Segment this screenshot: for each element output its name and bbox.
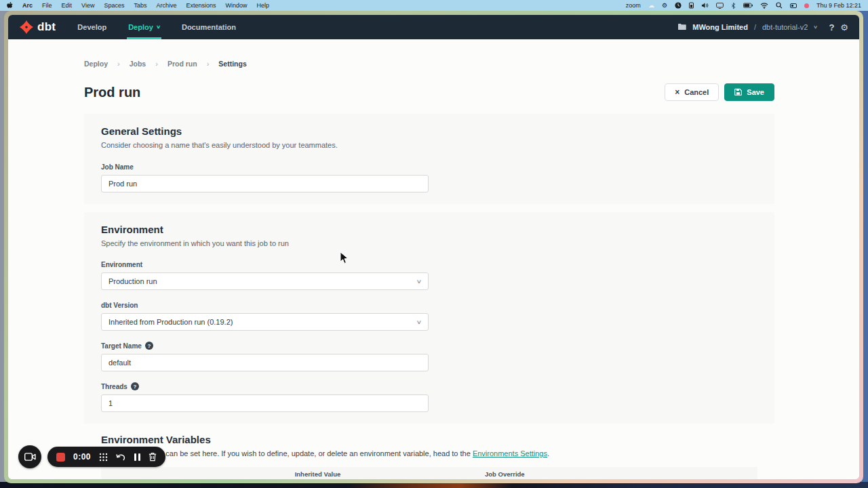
environment-variables-note: Job-level overrides can be set here. If … (101, 449, 757, 458)
restart-icon[interactable] (116, 453, 126, 462)
breadcrumb-separator-icon: › (207, 60, 210, 68)
clock-status-icon[interactable] (675, 2, 682, 9)
help-icon[interactable]: ? (131, 382, 139, 390)
breadcrumb: Deploy › Jobs › Prod run › Settings (84, 39, 774, 68)
save-button[interactable]: Save (724, 83, 774, 101)
env-vars-table-header: Inherited Value Job Override (101, 467, 757, 479)
dbt-version-select[interactable]: Inherited from Production run (0.19.2) ∨ (101, 313, 429, 331)
target-name-input[interactable]: default (101, 354, 429, 371)
nav-item-deploy[interactable]: Deploy ∨ (127, 15, 161, 39)
menubar-clock[interactable]: Thu 9 Feb 12:21 (816, 2, 861, 9)
video-camera-icon (24, 453, 36, 461)
nav-item-documentation[interactable]: Documentation (180, 15, 237, 39)
breadcrumb-prod-run[interactable]: Prod run (167, 60, 197, 68)
menubar-item-extensions[interactable]: Extensions (186, 2, 216, 9)
job-name-label: Job Name (101, 163, 757, 171)
chevron-down-icon: ∨ (416, 279, 422, 285)
macos-menubar: Arc File Edit View Spaces Tabs Archive E… (0, 0, 868, 11)
save-disk-icon (734, 88, 742, 97)
recording-indicator-icon[interactable] (804, 3, 809, 8)
environment-select-label: Environment (101, 260, 757, 268)
menubar-item-edit[interactable]: Edit (62, 2, 73, 9)
nav-item-develop[interactable]: Develop (76, 15, 108, 39)
column-job-override: Job Override (403, 470, 606, 478)
menubar-item-view[interactable]: View (81, 2, 94, 9)
battery-icon[interactable] (743, 3, 753, 8)
target-name-label: Target Name ? (101, 342, 757, 350)
recorder-toolbar: 0:00 (47, 447, 165, 467)
dbt-logo[interactable]: dbt (19, 15, 56, 39)
threads-input[interactable]: 1 (101, 394, 429, 412)
zoom-menu-label[interactable]: zoom (626, 2, 641, 9)
cancel-button[interactable]: × Cancel (665, 83, 719, 101)
general-settings-card: General Settings Consider choosing a nam… (84, 114, 774, 204)
menubar-item-file[interactable]: File (42, 2, 52, 9)
control-center-icon[interactable] (790, 3, 797, 8)
recorder-camera-button[interactable] (18, 445, 41, 468)
dbt-logo-text: dbt (37, 20, 56, 34)
project-selector[interactable]: dbt-tutorial-v2 (762, 23, 808, 31)
help-button[interactable]: ? (829, 22, 834, 33)
environment-select[interactable]: Production run ∨ (101, 272, 429, 290)
close-icon: × (675, 87, 679, 97)
environment-variables-section: Environment Variables Job-level override… (101, 434, 757, 479)
breadcrumb-settings: Settings (218, 60, 246, 68)
apple-menu-icon[interactable] (7, 2, 13, 9)
stop-record-button[interactable] (56, 453, 65, 462)
environment-title: Environment (101, 224, 757, 235)
menubar-item-tabs[interactable]: Tabs (134, 2, 146, 9)
general-settings-subtitle: Consider choosing a name that's easily u… (101, 141, 757, 149)
volume-icon[interactable] (701, 2, 709, 9)
wifi-icon[interactable] (760, 3, 768, 9)
breadcrumb-separator-icon: › (155, 60, 158, 68)
cloud-icon[interactable]: ☁ (648, 3, 654, 9)
dbt-logo-icon (19, 20, 34, 35)
menubar-item-archive[interactable]: Archive (156, 2, 176, 9)
dbt-top-navbar: dbt Develop Deploy ∨ Documentation MWong… (8, 15, 859, 39)
recording-time: 0:00 (73, 452, 91, 462)
breadcrumb-jobs[interactable]: Jobs (130, 60, 146, 68)
drag-handle-icon[interactable] (99, 453, 108, 462)
breadcrumb-separator-icon: › (117, 60, 120, 68)
environment-subtitle: Specify the environment in which you wan… (101, 239, 757, 247)
mouse-cursor (340, 251, 349, 268)
general-settings-title: General Settings (101, 125, 757, 137)
pause-button[interactable] (134, 453, 140, 461)
environments-settings-link[interactable]: Environments Settings (473, 449, 547, 458)
display-icon[interactable] (716, 3, 724, 9)
environment-card: Environment Specify the environment in w… (84, 212, 774, 424)
chevron-down-icon[interactable]: ∨ (813, 24, 818, 30)
menubar-item-help[interactable]: Help (257, 2, 270, 9)
settings-gear-button[interactable]: ⚙ (840, 22, 848, 33)
help-icon[interactable]: ? (145, 342, 153, 350)
folder-icon (677, 23, 686, 32)
page-title: Prod run (84, 85, 140, 100)
job-name-input[interactable]: Prod run (101, 175, 429, 192)
trash-icon[interactable] (149, 452, 157, 462)
menubar-item-arc[interactable]: Arc (22, 2, 33, 9)
browser-window: dbt Develop Deploy ∨ Documentation MWong… (4, 11, 863, 483)
menubar-item-window[interactable]: Window (226, 2, 248, 9)
dbt-version-label: dbt Version (101, 301, 757, 309)
path-separator: / (754, 23, 756, 31)
column-inherited-value: Inherited Value (233, 470, 403, 478)
environment-variables-title: Environment Variables (101, 434, 757, 445)
gear-status-icon[interactable]: ⚙ (662, 3, 667, 9)
keyboard-battery-icon[interactable] (689, 2, 694, 9)
bluetooth-icon[interactable] (731, 2, 736, 9)
account-name: MWong Limited (692, 23, 748, 31)
threads-label: Threads ? (101, 382, 757, 390)
breadcrumb-deploy[interactable]: Deploy (84, 60, 108, 68)
chevron-down-icon: ∨ (416, 319, 422, 325)
chevron-down-icon: ∨ (156, 24, 161, 30)
menubar-item-spaces[interactable]: Spaces (104, 2, 124, 9)
search-icon[interactable] (776, 2, 783, 9)
